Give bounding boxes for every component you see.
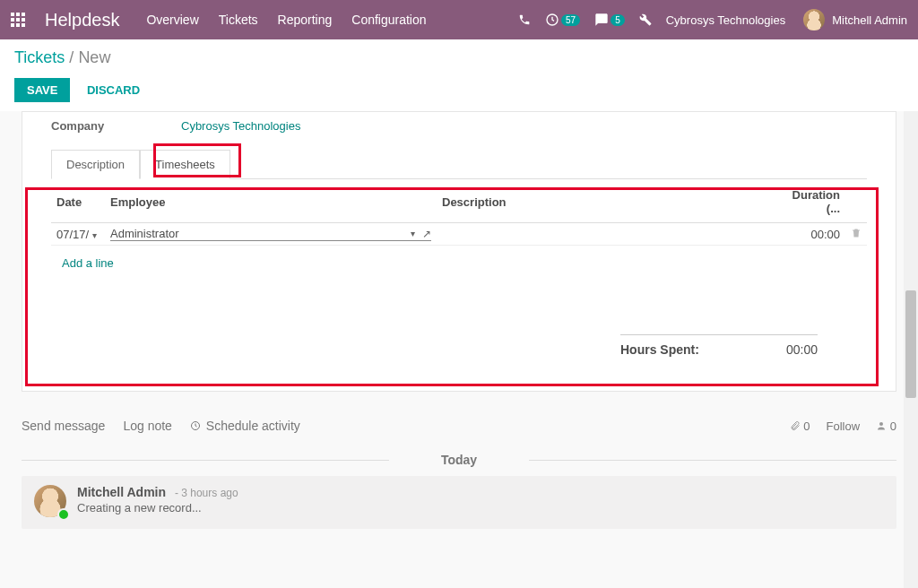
activity-icon[interactable]: 57: [545, 13, 580, 27]
follower-count[interactable]: 0: [876, 419, 896, 433]
cell-employee[interactable]: ▾ ↗: [105, 223, 437, 246]
scrollbar[interactable]: [904, 111, 918, 588]
log-message: Mitchell Admin - 3 hours ago Creating a …: [22, 476, 896, 529]
apps-icon[interactable]: [11, 13, 29, 27]
save-button[interactable]: Save: [14, 78, 70, 102]
breadcrumb-root[interactable]: Tickets: [14, 48, 65, 66]
tab-description[interactable]: Description: [51, 150, 140, 179]
msg-body: Creating a new record...: [77, 501, 238, 514]
avatar-icon: [34, 485, 66, 517]
hours-summary: Hours Spent: 00:00: [51, 334, 818, 364]
nav-configuration[interactable]: Configuration: [351, 13, 426, 27]
company-switcher[interactable]: Cybrosys Technologies: [666, 13, 785, 27]
external-link-icon[interactable]: ↗: [422, 228, 431, 240]
summary-label: Hours Spent:: [620, 334, 737, 364]
employee-input[interactable]: [110, 227, 407, 240]
breadcrumb-sep: /: [69, 48, 78, 66]
msg-time: - 3 hours ago: [175, 487, 238, 499]
nav-tickets[interactable]: Tickets: [219, 13, 258, 27]
svg-point-2: [879, 422, 883, 426]
col-duration: Duration (...: [774, 181, 845, 223]
log-note-button[interactable]: Log note: [123, 419, 172, 433]
col-description: Description: [437, 181, 774, 223]
attachment-count[interactable]: 0: [790, 419, 810, 433]
cell-description[interactable]: [437, 223, 774, 246]
nav-reporting[interactable]: Reporting: [278, 13, 333, 27]
navbar: Helpdesk Overview Tickets Reporting Conf…: [0, 0, 918, 39]
tools-icon[interactable]: [639, 13, 652, 26]
msg-author[interactable]: Mitchell Admin: [77, 485, 166, 499]
col-date: Date: [51, 181, 105, 223]
chat-icon[interactable]: 5: [594, 13, 625, 27]
cell-duration[interactable]: 00:00: [774, 223, 845, 246]
description-input[interactable]: [442, 228, 768, 241]
follow-button[interactable]: Follow: [827, 419, 861, 433]
user-menu[interactable]: Mitchell Admin: [803, 9, 907, 30]
chevron-down-icon[interactable]: ▾: [92, 230, 97, 240]
summary-value: 00:00: [737, 334, 818, 364]
add-line-link[interactable]: Add a line: [56, 249, 862, 277]
avatar-icon: [803, 9, 825, 30]
phone-icon[interactable]: [518, 13, 531, 26]
company-label: Company: [51, 119, 181, 133]
col-employee: Employee: [105, 181, 437, 223]
cell-date[interactable]: 07/17/▾: [51, 223, 105, 246]
nav-overview[interactable]: Overview: [146, 13, 198, 27]
tab-timesheets[interactable]: Timesheets: [140, 150, 230, 179]
chevron-down-icon[interactable]: ▾: [411, 229, 415, 238]
form-sheet: Company Cybrosys Technologies Descriptio…: [22, 111, 896, 392]
scrollbar-thumb[interactable]: [905, 290, 916, 398]
chat-badge: 5: [611, 14, 625, 26]
control-panel: Tickets / New Save Discard: [0, 39, 918, 111]
chatter: Send message Log note Schedule activity …: [0, 406, 918, 529]
schedule-activity-button[interactable]: Schedule activity: [190, 419, 300, 433]
timesheet-table: Date Employee Description Duration (... …: [51, 181, 867, 281]
timesheet-panel: Date Employee Description Duration (... …: [51, 181, 867, 364]
discard-button[interactable]: Discard: [74, 78, 152, 102]
activity-badge: 57: [561, 14, 580, 26]
breadcrumb-current: New: [78, 48, 110, 66]
tabs: Description Timesheets: [51, 149, 867, 179]
table-row: 07/17/▾ ▾ ↗ 00:00: [51, 223, 867, 246]
user-name: Mitchell Admin: [832, 13, 907, 27]
breadcrumb: Tickets / New: [14, 48, 904, 67]
company-value[interactable]: Cybrosys Technologies: [181, 119, 300, 133]
app-brand[interactable]: Helpdesk: [45, 10, 119, 30]
date-separator: Today: [22, 453, 896, 467]
trash-icon[interactable]: [845, 223, 867, 246]
send-message-button[interactable]: Send message: [22, 419, 105, 433]
